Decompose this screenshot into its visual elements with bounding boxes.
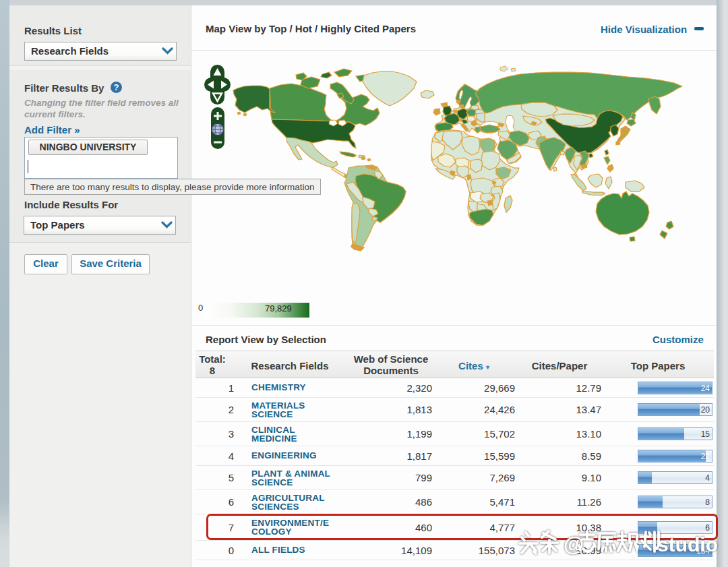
svg-text:studio: studio (657, 533, 718, 556)
svg-text:@: @ (564, 533, 584, 556)
